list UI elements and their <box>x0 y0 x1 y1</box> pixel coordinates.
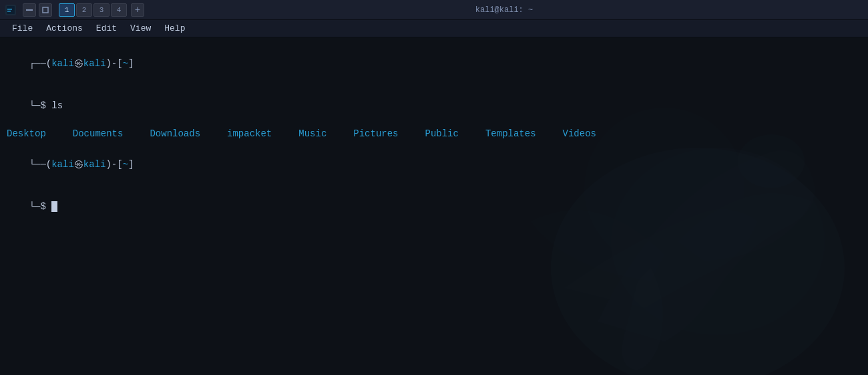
terminal-cursor <box>51 201 57 212</box>
prompt-line-2: └──(kali㉿kali)-[~] <box>7 144 861 186</box>
menu-edit[interactable]: Edit <box>89 22 124 35</box>
menu-help[interactable]: Help <box>158 22 192 35</box>
svg-rect-3 <box>7 11 11 12</box>
prompt-line-1: ┌──(kali㉿kali)-[~] <box>7 43 861 85</box>
tab-3[interactable]: 3 <box>93 3 110 17</box>
command-line: └─$ ls <box>7 85 861 127</box>
tab-2[interactable]: 2 <box>76 3 92 17</box>
active-prompt-line[interactable]: └─$ <box>7 186 861 228</box>
menu-file[interactable]: File <box>5 22 39 35</box>
terminal-body[interactable]: ┌──(kali㉿kali)-[~] └─$ ls Desktop Docume… <box>0 37 868 375</box>
menubar: File Actions Edit View Help <box>0 20 868 37</box>
window-buttons <box>23 3 52 17</box>
ls-item-music: Music <box>298 127 327 141</box>
app-icon <box>4 3 17 17</box>
minimize-button[interactable] <box>23 3 36 17</box>
svg-rect-2 <box>7 9 12 10</box>
terminal-tabs: 1 2 3 4 + <box>59 3 144 17</box>
svg-rect-4 <box>26 9 33 11</box>
maximize-button[interactable] <box>39 3 52 17</box>
svg-rect-1 <box>7 6 15 14</box>
titlebar-icons <box>4 3 52 17</box>
ls-item-videos: Videos <box>563 127 596 141</box>
ls-item-downloads: Downloads <box>150 127 200 141</box>
svg-rect-5 <box>43 7 48 13</box>
add-tab-button[interactable]: + <box>131 3 144 17</box>
ls-item-pictures: Pictures <box>353 127 398 141</box>
ls-item-impacket: impacket <box>227 127 272 141</box>
ls-item-desktop: Desktop <box>7 127 46 141</box>
ls-item-templates: Templates <box>485 127 536 141</box>
menu-view[interactable]: View <box>124 22 158 35</box>
titlebar: 1 2 3 4 + kali@kali: ~ <box>0 0 868 20</box>
tab-4[interactable]: 4 <box>111 3 127 17</box>
ls-item-public: Public <box>425 127 459 141</box>
menu-actions[interactable]: Actions <box>39 22 89 35</box>
ls-output: Desktop Documents Downloads impacket Mus… <box>7 127 861 141</box>
window-title: kali@kali: ~ <box>144 5 864 15</box>
tab-1[interactable]: 1 <box>59 3 75 17</box>
ls-item-documents: Documents <box>73 127 124 141</box>
